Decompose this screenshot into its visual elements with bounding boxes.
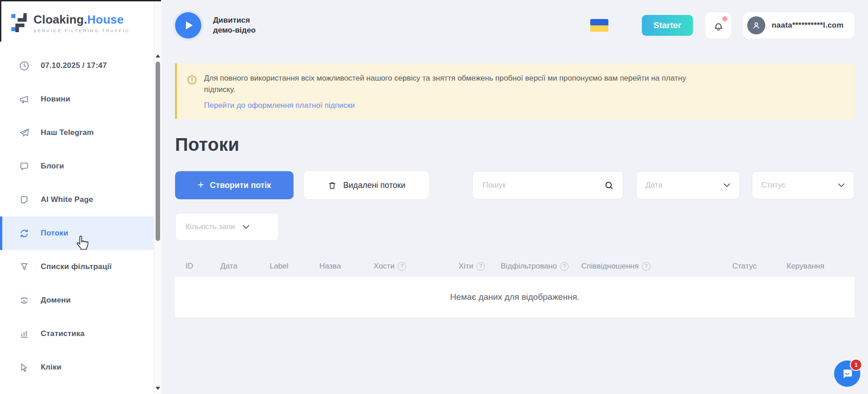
streams-table-header: ID Дата Label Назва Хости? Хіти? Відфіль…	[175, 262, 854, 271]
main-content: Дивитися демо-відео Starter naata*******…	[161, 0, 868, 394]
search-field	[472, 171, 623, 199]
sidebar-item-label: Потоки	[41, 229, 68, 238]
notification-dot	[722, 16, 727, 21]
demo-video: Дивитися демо-відео	[175, 12, 256, 38]
date-filter-dropdown[interactable]: Дата	[636, 171, 740, 199]
column-label: Label	[270, 262, 289, 271]
sidebar-item-statistics[interactable]: Статистика	[0, 317, 154, 351]
chat-unread-badge: 1	[850, 359, 862, 371]
sidebar-item-clicks[interactable]: Кліки	[0, 351, 154, 384]
sidebar-item-ai-white-page[interactable]: AI White Page	[0, 183, 154, 216]
sidebar-scrollbar[interactable]	[154, 0, 161, 394]
topbar: Дивитися демо-відео Starter naata*******…	[175, 0, 854, 51]
column-label: Хости	[374, 262, 394, 271]
page-title: Потоки	[175, 135, 854, 155]
page-icon	[19, 195, 29, 205]
mouse-cursor-pointer	[75, 235, 90, 253]
sidebar-item-label: 07.10.2025 / 17:47	[41, 61, 107, 70]
per-page-label: Кількість запи	[185, 222, 235, 231]
brand-logo-icon	[11, 13, 28, 33]
column-header-label: Label	[270, 262, 319, 271]
column-header-actions: Керування	[787, 262, 854, 271]
chevron-down-icon	[838, 183, 845, 187]
date-filter-label: Дата	[645, 181, 663, 190]
sidebar-item-filter-lists[interactable]: Списки фільтрації	[0, 250, 154, 283]
column-header-name: Назва	[319, 262, 374, 271]
sidebar-item-news[interactable]: Новини	[0, 82, 154, 116]
toolbar-row: + Створити потік Видалені потоки Дата Ст…	[175, 171, 854, 199]
megaphone-icon	[19, 94, 29, 105]
brand-name-primary: Cloaking.	[33, 13, 87, 26]
trash-icon	[327, 181, 337, 190]
user-email: naata**********l.com	[772, 21, 844, 30]
notifications-button[interactable]	[705, 12, 731, 38]
cursor-icon	[19, 362, 29, 373]
scrollbar-down-arrow[interactable]	[156, 387, 160, 390]
column-header-date: Дата	[220, 262, 270, 271]
help-icon[interactable]: ?	[476, 262, 485, 271]
bell-icon	[712, 19, 725, 32]
column-label: Керування	[787, 262, 824, 271]
sidebar-item-label: Кліки	[41, 363, 62, 372]
brand-logo[interactable]: Cloaking.House SERVICE FILTERING TRAFFIC	[0, 0, 154, 45]
account-menu[interactable]: naata**********l.com	[743, 12, 854, 38]
column-label: Назва	[319, 262, 341, 271]
sidebar-item-blogs[interactable]: Блоги	[0, 149, 154, 183]
clock-icon	[19, 61, 29, 71]
create-stream-label: Створити потік	[210, 181, 271, 190]
toolbar-row2: Кількість запи	[175, 213, 854, 241]
column-header-filtered: Відфільтровано?	[501, 262, 581, 271]
sidebar-nav: 07.10.2025 / 17:47 Новини Наш Telegram Б…	[0, 45, 154, 384]
search-input[interactable]	[482, 180, 604, 190]
banner-body: Для повного використання всіх можливосте…	[204, 73, 686, 110]
sidebar-item-datetime[interactable]: 07.10.2025 / 17:47	[0, 49, 154, 82]
flag-yellow-stripe	[590, 25, 608, 32]
column-label: Хіти	[459, 262, 473, 271]
window-edge-left	[0, 0, 1, 42]
status-filter-dropdown[interactable]: Статус	[752, 171, 854, 199]
column-header-hits: Хіти?	[459, 262, 501, 271]
scrollbar-up-arrow[interactable]	[156, 54, 160, 58]
column-label: Співвідношення	[581, 262, 639, 271]
play-demo-button[interactable]	[175, 12, 201, 38]
help-icon[interactable]: ?	[560, 262, 569, 271]
sidebar-item-domains[interactable]: w Домени	[0, 283, 154, 317]
sidebar-item-label: Списки фільтрації	[41, 262, 112, 271]
column-label: Статус	[732, 262, 757, 271]
svg-text:w: w	[22, 298, 26, 303]
brand-tagline: SERVICE FILTERING TRAFFIC	[33, 28, 130, 33]
demo-video-label: Дивитися демо-відео	[213, 15, 256, 35]
scrollbar-thumb[interactable]	[156, 62, 160, 241]
sidebar-item-label: Статистика	[41, 329, 85, 338]
avatar	[747, 16, 765, 34]
globe-w-icon: w	[19, 295, 29, 306]
help-icon[interactable]: ?	[398, 262, 406, 271]
empty-state-row: Немає даних для відображення.	[175, 277, 854, 317]
column-header-ratio: Співвідношення?	[581, 262, 732, 271]
status-filter-label: Статус	[761, 181, 786, 190]
chat-launcher-button[interactable]: 1	[834, 360, 860, 387]
search-icon	[604, 181, 614, 190]
app-window: Cloaking.House SERVICE FILTERING TRAFFIC…	[0, 0, 868, 394]
deleted-streams-button[interactable]: Видалені потоки	[304, 171, 429, 199]
window-edge-top	[0, 0, 161, 1]
sidebar-item-label: Наш Telegram	[41, 128, 94, 137]
subscription-link[interactable]: Перейти до оформлення платної підписки	[204, 101, 355, 110]
sidebar-item-label: Блоги	[41, 162, 64, 171]
column-header-id: ID	[185, 262, 220, 271]
sidebar-item-label: AI White Page	[41, 195, 93, 204]
sidebar-item-label: Домени	[41, 296, 71, 305]
deleted-streams-label: Видалені потоки	[343, 181, 405, 190]
create-stream-button[interactable]: + Створити потік	[175, 171, 294, 199]
help-icon[interactable]: ?	[642, 262, 650, 271]
banner-text-line1: Для повного використання всіх можливосте…	[204, 73, 686, 84]
bar-chart-icon	[19, 329, 29, 339]
column-label: Дата	[220, 262, 237, 271]
column-label: Відфільтровано	[501, 262, 557, 271]
chevron-down-icon	[242, 225, 250, 229]
per-page-dropdown[interactable]: Кількість запи	[175, 213, 279, 241]
sidebar-item-telegram[interactable]: Наш Telegram	[0, 116, 154, 149]
plan-badge-button[interactable]: Starter	[642, 15, 693, 36]
language-flag-ukraine[interactable]	[590, 19, 608, 32]
column-label: ID	[185, 262, 193, 271]
